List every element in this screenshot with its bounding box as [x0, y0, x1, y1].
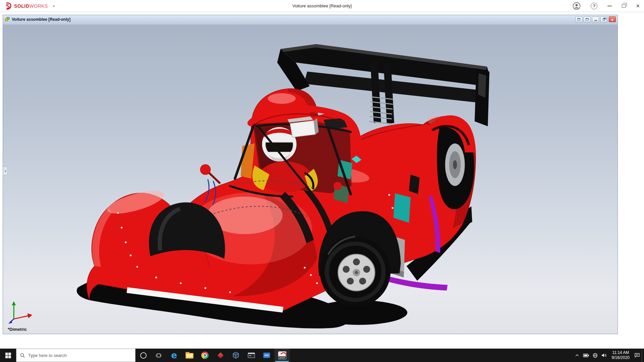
- network-globe-icon: [593, 353, 598, 358]
- red-app-button[interactable]: [213, 349, 228, 362]
- dassault-logo-icon: [4, 2, 12, 10]
- brand-solid: SOLID: [14, 3, 29, 9]
- solidworks-app-icon: 2020: [278, 351, 286, 360]
- clock-time: 11:14 AM: [612, 350, 630, 355]
- solidworks-app-window: SOLIDWORKS Voiture assomblee [Read-only]: [0, 0, 644, 362]
- hidden-icons-button[interactable]: [573, 349, 582, 362]
- app-minimize-button[interactable]: [607, 6, 612, 6]
- mdi-workspace: Voiture assomblee [Read-only]: [0, 12, 644, 349]
- side-window-teal: [393, 193, 411, 223]
- app-title: Voiture assomblee [Read-only]: [0, 3, 644, 8]
- folder-icon: [185, 353, 194, 359]
- search-placeholder: Type here to search: [28, 353, 67, 358]
- panel-collapse-arrow-icon[interactable]: ◂: [3, 167, 8, 175]
- user-account-icon[interactable]: [573, 2, 581, 10]
- red-app-icon: [217, 352, 223, 358]
- car-assembly-model[interactable]: [3, 24, 618, 334]
- windows-taskbar: Type here to search 2020: [0, 349, 644, 362]
- close-x-icon: [611, 16, 613, 22]
- chrome-button[interactable]: [197, 349, 213, 362]
- chrome-icon: [201, 352, 209, 359]
- taskbar-search-input[interactable]: Type here to search: [16, 349, 136, 362]
- task-view-button[interactable]: [151, 349, 166, 362]
- network-status-button[interactable]: [591, 349, 600, 362]
- document-titlebar[interactable]: Voiture assomblee [Read-only]: [3, 15, 618, 24]
- document-title: Voiture assomblee [Read-only]: [12, 17, 70, 22]
- help-icon[interactable]: [591, 3, 597, 9]
- menu-expand-arrow-icon[interactable]: [53, 4, 55, 8]
- app-restore-button[interactable]: [622, 4, 626, 8]
- clock-date: 9/16/2020: [612, 355, 630, 360]
- blue-app-button[interactable]: [259, 349, 274, 362]
- minimize-glyph-icon: [594, 20, 597, 21]
- doc-minimize-button[interactable]: [592, 16, 599, 22]
- solidworks-brand: SOLIDWORKS: [4, 2, 55, 10]
- volume-button[interactable]: [600, 349, 609, 362]
- assembly-document-icon: [5, 17, 10, 22]
- right-mirror: [333, 182, 341, 190]
- document-window-controls: [574, 16, 616, 22]
- system-tray: 11:14 AM 9/16/2020: [573, 349, 644, 362]
- view-orientation-label: *Dimetric: [8, 327, 27, 332]
- doc-restore-button[interactable]: [600, 16, 607, 22]
- action-center-icon: [634, 353, 640, 358]
- window-glyph-icon: [577, 18, 580, 20]
- battery-icon: [583, 353, 589, 358]
- terminal-window-icon: [248, 353, 255, 358]
- file-explorer-button[interactable]: [182, 349, 197, 362]
- edge-icon: [171, 351, 177, 360]
- doc-tile-button[interactable]: [584, 16, 591, 22]
- window-glyph-icon: [586, 18, 589, 20]
- document-window: Voiture assomblee [Read-only]: [3, 15, 618, 334]
- mirror-face: [290, 121, 315, 137]
- cube-app-icon: [232, 352, 239, 359]
- taskbar-clock[interactable]: 11:14 AM 9/16/2020: [609, 350, 633, 360]
- start-button[interactable]: [0, 349, 16, 362]
- app-close-button[interactable]: [636, 3, 640, 9]
- app-titlebar: SOLIDWORKS Voiture assomblee [Read-only]: [0, 0, 644, 12]
- app-window-controls: [573, 2, 640, 10]
- solidworks-taskbar-button[interactable]: 2020: [274, 349, 290, 362]
- speaker-icon: [601, 353, 607, 358]
- chevron-up-icon: [575, 353, 579, 358]
- search-icon: [20, 353, 25, 358]
- side-intake-slot: [409, 175, 420, 194]
- cube-app-button[interactable]: [228, 349, 244, 362]
- restore-glyph-icon: [603, 18, 605, 20]
- 3d-viewport[interactable]: ◂ *Dimetric: [3, 24, 618, 334]
- show-desktop-button[interactable]: [642, 349, 644, 362]
- cortana-button[interactable]: [136, 349, 151, 362]
- helmet-visor: [265, 142, 293, 153]
- doc-cascade-button[interactable]: [575, 16, 582, 22]
- terminal-app-button[interactable]: [244, 349, 259, 362]
- cortana-icon: [140, 352, 147, 359]
- blue-app-icon: [263, 353, 270, 358]
- battery-status-button[interactable]: [582, 349, 591, 362]
- orientation-triad-icon: [7, 300, 36, 324]
- edge-browser-button[interactable]: [166, 349, 182, 362]
- windows-logo-icon: [5, 353, 11, 358]
- solidworks-year-badge: 2020: [278, 356, 286, 359]
- task-view-icon: [156, 353, 162, 358]
- doc-close-button[interactable]: [609, 16, 616, 22]
- action-center-button[interactable]: [633, 349, 642, 362]
- brand-works: WORKS: [29, 3, 48, 9]
- brand-wordmark: SOLIDWORKS: [14, 3, 48, 9]
